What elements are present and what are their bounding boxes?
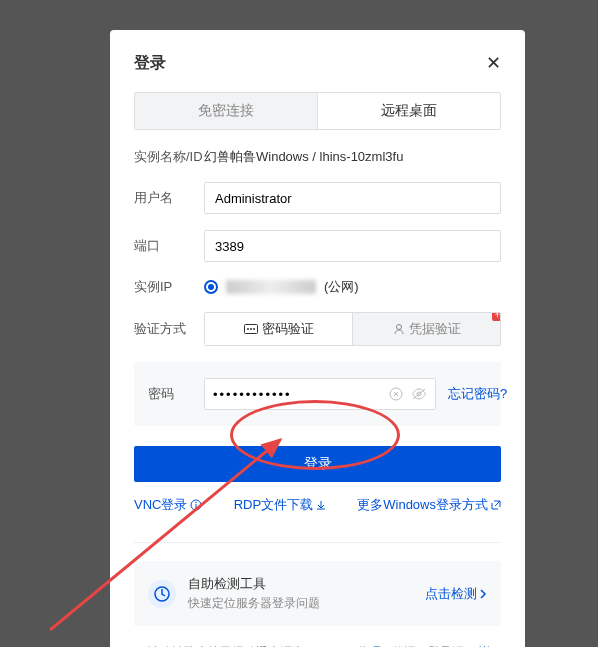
row-username: 用户名 — [134, 182, 501, 214]
port-label: 端口 — [134, 237, 204, 255]
auth-tab-credential[interactable]: 凭据验证 — [352, 313, 500, 345]
username-label: 用户名 — [134, 189, 204, 207]
svg-point-10 — [196, 502, 197, 503]
radio-selected-icon[interactable] — [204, 280, 218, 294]
rdp-download-link[interactable]: RDP文件下载 — [234, 496, 326, 514]
username-input[interactable] — [204, 182, 501, 214]
close-button[interactable]: ✕ — [486, 52, 501, 74]
divider — [134, 542, 501, 543]
row-ip: 实例IP (公网) — [134, 278, 501, 296]
password-input[interactable] — [213, 387, 381, 402]
row-port: 端口 — [134, 230, 501, 262]
instance-label: 实例名称/ID — [134, 148, 204, 166]
ip-radio-group: (公网) — [204, 278, 501, 296]
row-instance: 实例名称/ID 幻兽帕鲁Windows / lhins-10zml3fu — [134, 148, 501, 166]
connection-tabs: 免密连接 远程桌面 — [134, 92, 501, 130]
password-icon — [244, 324, 258, 334]
forgot-password-link[interactable]: 忘记密码? — [448, 385, 507, 403]
scan-icon — [148, 580, 176, 608]
eye-icon[interactable] — [411, 388, 427, 400]
row-auth-method: 验证方式 密码验证 凭据验证 荐 — [134, 312, 501, 346]
auth-method-tabs: 密码验证 凭据验证 荐 — [204, 312, 501, 346]
password-input-wrapper — [204, 378, 436, 410]
external-link-icon — [491, 500, 501, 510]
modal-header: 登录 ✕ — [134, 52, 501, 74]
download-icon — [316, 500, 326, 510]
detect-title: 自助检测工具 — [188, 575, 413, 593]
modal-title: 登录 — [134, 53, 166, 74]
login-button[interactable]: 登录 — [134, 446, 501, 482]
vnc-login-link[interactable]: VNC登录 — [134, 496, 202, 514]
ip-type-label: (公网) — [324, 278, 359, 296]
self-check-card: 自助检测工具 快速定位服务器登录问题 点击检测 — [134, 561, 501, 626]
detect-text: 自助检测工具 快速定位服务器登录问题 — [188, 575, 413, 612]
tab-passwordless[interactable]: 免密连接 — [135, 93, 317, 129]
ip-label: 实例IP — [134, 278, 204, 296]
password-section: 密码 忘记密码? — [134, 362, 501, 426]
tab-remote-desktop[interactable]: 远程桌面 — [317, 93, 500, 129]
recommend-badge: 荐 — [492, 312, 501, 321]
svg-point-4 — [396, 325, 401, 330]
notice-item: 请确认防火墙已经放通来源为OrcaTerm代理IP的远程登录端口 详 — [148, 642, 501, 647]
more-login-link[interactable]: 更多Windows登录方式 — [357, 496, 501, 514]
svg-point-1 — [247, 328, 249, 330]
svg-point-2 — [250, 328, 252, 330]
port-input[interactable] — [204, 230, 501, 262]
close-icon: ✕ — [486, 53, 501, 73]
login-modal: 登录 ✕ 免密连接 远程桌面 实例名称/ID 幻兽帕鲁Windows / lhi… — [110, 30, 525, 647]
info-icon — [190, 499, 202, 511]
credential-icon — [393, 323, 405, 335]
clear-icon[interactable] — [389, 387, 403, 401]
notice-list: 请确认防火墙已经放通来源为OrcaTerm代理IP的远程登录端口 详 — [134, 642, 501, 647]
ip-address-redacted — [226, 280, 316, 294]
chevron-right-icon — [479, 589, 487, 599]
instance-value: 幻兽帕鲁Windows / lhins-10zml3fu — [204, 148, 501, 166]
auth-label: 验证方式 — [134, 320, 204, 338]
auth-tab-password[interactable]: 密码验证 — [205, 313, 352, 345]
detect-action-link[interactable]: 点击检测 — [425, 585, 487, 603]
detect-subtitle: 快速定位服务器登录问题 — [188, 595, 413, 612]
svg-point-3 — [253, 328, 255, 330]
password-label: 密码 — [148, 385, 204, 403]
secondary-links: VNC登录 RDP文件下载 更多Windows登录方式 — [134, 496, 501, 514]
